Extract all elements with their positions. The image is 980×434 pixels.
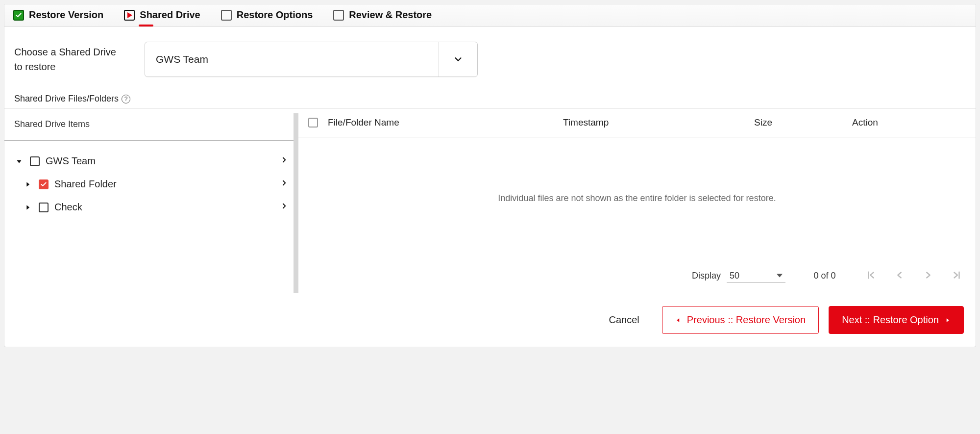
cancel-button[interactable]: Cancel bbox=[596, 306, 652, 333]
next-button-label: Next :: Restore Option bbox=[842, 314, 939, 326]
shared-drive-select[interactable]: GWS Team bbox=[145, 42, 478, 77]
step-restore-options[interactable]: Restore Options bbox=[221, 9, 313, 21]
page-count: 0 of 0 bbox=[805, 271, 844, 281]
svg-marker-0 bbox=[17, 160, 21, 163]
file-table: File/Folder Name Timestamp Size Action I… bbox=[298, 108, 976, 293]
step-label: Restore Version bbox=[29, 9, 103, 21]
shared-drive-select-value: GWS Team bbox=[145, 42, 438, 77]
column-header-timestamp: Timestamp bbox=[563, 117, 744, 128]
play-triangle-icon bbox=[127, 12, 132, 18]
previous-button-label: Previous :: Restore Version bbox=[687, 314, 806, 326]
tree-item-label: GWS Team bbox=[46, 155, 96, 167]
shared-drive-select-label: Choose a Shared Drive to restore bbox=[14, 45, 127, 74]
page-size-select[interactable]: 50 bbox=[727, 270, 785, 282]
tree-item-check[interactable]: Check bbox=[9, 196, 294, 219]
next-page-button[interactable] bbox=[921, 268, 935, 284]
prev-page-button[interactable] bbox=[892, 268, 907, 284]
help-icon[interactable]: ? bbox=[122, 95, 130, 103]
section-title: Shared Drive Files/Folders bbox=[14, 94, 119, 104]
svg-marker-2 bbox=[27, 205, 29, 209]
tree-item-label: Check bbox=[54, 202, 82, 213]
select-all-checkbox[interactable] bbox=[308, 118, 318, 128]
step-review-restore[interactable]: Review & Restore bbox=[333, 9, 432, 21]
column-header-action: Action bbox=[852, 117, 911, 128]
step-label: Review & Restore bbox=[349, 9, 432, 21]
tree-item-shared-folder[interactable]: Shared Folder bbox=[9, 173, 294, 196]
first-page-button[interactable] bbox=[864, 268, 879, 284]
last-page-button[interactable] bbox=[949, 268, 964, 284]
checkbox[interactable] bbox=[39, 203, 49, 212]
display-label: Display bbox=[692, 271, 721, 281]
pending-step-icon bbox=[333, 10, 344, 21]
caret-right-icon[interactable] bbox=[23, 204, 33, 211]
pagination: Display 50 0 of 0 bbox=[298, 259, 976, 293]
tree-item-gws-team[interactable]: GWS Team bbox=[9, 150, 294, 173]
caret-down-icon[interactable] bbox=[14, 157, 24, 165]
pending-step-icon bbox=[221, 10, 232, 21]
chevron-right-icon[interactable] bbox=[280, 179, 289, 190]
svg-marker-6 bbox=[947, 318, 949, 322]
empty-state-message: Individual files are not shown as the en… bbox=[298, 137, 976, 259]
chevron-down-icon bbox=[438, 42, 477, 77]
svg-marker-1 bbox=[27, 182, 29, 186]
checkbox-checked[interactable] bbox=[39, 179, 49, 189]
column-header-name: File/Folder Name bbox=[328, 117, 553, 128]
tree-header: Shared Drive Items bbox=[4, 108, 298, 141]
step-label: Shared Drive bbox=[140, 9, 200, 21]
chevron-right-icon[interactable] bbox=[280, 202, 289, 213]
step-label: Restore Options bbox=[237, 9, 313, 21]
chevron-right-icon[interactable] bbox=[280, 155, 289, 167]
previous-button[interactable]: Previous :: Restore Version bbox=[662, 306, 819, 334]
tree-panel: Shared Drive Items GWS Team bbox=[4, 108, 298, 293]
step-restore-version[interactable]: Restore Version bbox=[13, 9, 103, 21]
step-shared-drive[interactable]: Shared Drive bbox=[124, 9, 200, 21]
stepper: Restore Version Shared Drive Restore Opt… bbox=[4, 4, 976, 27]
tree-item-label: Shared Folder bbox=[54, 179, 117, 190]
svg-marker-5 bbox=[677, 318, 679, 322]
column-header-size: Size bbox=[754, 117, 842, 128]
active-step-icon bbox=[124, 10, 135, 21]
caret-right-icon[interactable] bbox=[23, 181, 33, 188]
check-done-icon bbox=[13, 10, 24, 21]
checkbox[interactable] bbox=[30, 156, 40, 166]
next-button[interactable]: Next :: Restore Option bbox=[829, 306, 964, 334]
